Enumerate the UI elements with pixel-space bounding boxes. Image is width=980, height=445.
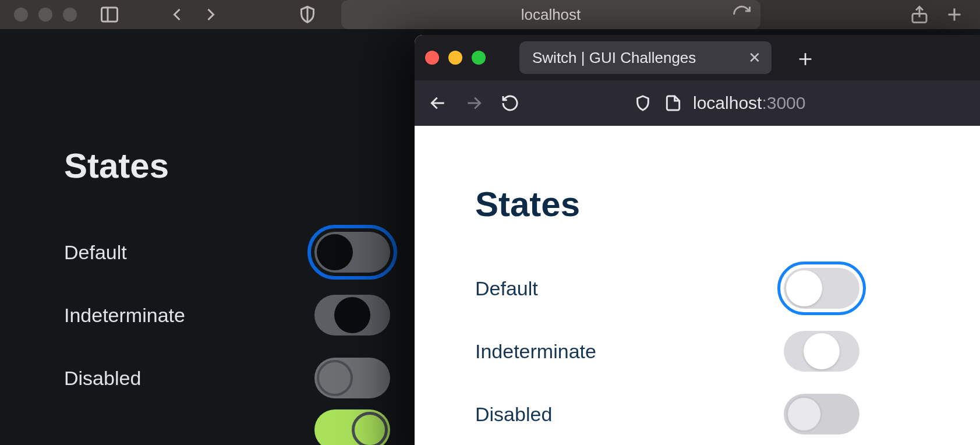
switch-row-disabled: Disabled (64, 347, 390, 409)
reload-icon[interactable] (500, 93, 521, 114)
back-icon[interactable] (427, 93, 448, 114)
share-icon[interactable] (908, 3, 931, 26)
new-tab-button[interactable]: ＋ (794, 42, 817, 74)
switch-label: Default (64, 241, 127, 264)
traffic-light-minimize-icon[interactable] (38, 8, 52, 22)
switch-row-disabled: Disabled (475, 383, 859, 445)
switch-thumb (786, 270, 822, 306)
firefox-tabbar: Switch | GUI Challenges ✕ ＋ (415, 35, 980, 80)
switch-thumb (317, 234, 353, 270)
switch-states-list: Default Indeterminate Disabled (64, 221, 390, 445)
switch-row-default: Default (475, 257, 859, 320)
safari-url-label: localhost (521, 6, 581, 24)
safari-traffic-lights (14, 8, 77, 22)
site-info-icon[interactable] (663, 93, 684, 114)
switch-default[interactable] (784, 268, 859, 309)
forward-icon[interactable] (199, 3, 222, 26)
switch-indeterminate[interactable] (314, 295, 390, 335)
firefox-window: Switch | GUI Challenges ✕ ＋ localhost:30… (415, 35, 980, 445)
close-tab-icon[interactable]: ✕ (748, 49, 761, 67)
switch-row-default: Default (64, 221, 390, 284)
switch-disabled (314, 358, 390, 398)
switch-disabled (784, 394, 859, 435)
switch-row-indeterminate: Indeterminate (64, 284, 390, 347)
tab-title: Switch | GUI Challenges (532, 49, 696, 67)
url-text: localhost:3000 (693, 93, 805, 113)
traffic-light-minimize-icon[interactable] (448, 51, 462, 65)
privacy-shield-icon[interactable] (296, 3, 319, 26)
switch-indeterminate[interactable] (784, 331, 859, 372)
switch-states-list: Default Indeterminate Disabled (475, 257, 859, 445)
safari-toolbar: localhost (0, 0, 980, 29)
firefox-page-content: States Default Indeterminate Disabled (415, 126, 980, 445)
switch-thumb (786, 396, 822, 432)
switch-label: Default (475, 277, 538, 300)
switch-thumb (317, 360, 353, 396)
switch-thumb (334, 297, 370, 333)
reload-icon[interactable] (730, 3, 753, 26)
firefox-address-bar[interactable]: localhost:3000 (632, 93, 805, 114)
url-host: localhost (693, 93, 762, 112)
forward-icon[interactable] (464, 93, 484, 114)
switch-label: Indeterminate (64, 304, 185, 327)
switch-label: Disabled (64, 367, 141, 390)
firefox-toolbar: localhost:3000 (415, 80, 980, 126)
traffic-light-zoom-icon[interactable] (63, 8, 77, 22)
traffic-light-close-icon[interactable] (425, 51, 439, 65)
back-icon[interactable] (165, 3, 189, 26)
safari-address-bar[interactable]: localhost (341, 0, 760, 29)
switch-thumb (804, 333, 840, 369)
switch-row-indeterminate: Indeterminate (475, 320, 859, 383)
firefox-traffic-lights (425, 51, 486, 65)
svg-rect-0 (102, 8, 118, 22)
url-port: :3000 (762, 93, 805, 112)
switch-disabled-checked (314, 409, 390, 445)
switch-default[interactable] (314, 232, 390, 273)
switch-thumb (352, 412, 388, 445)
new-tab-icon[interactable] (943, 3, 966, 26)
switch-label: Indeterminate (475, 340, 596, 363)
browser-tab[interactable]: Switch | GUI Challenges ✕ (519, 41, 772, 74)
privacy-shield-icon[interactable] (632, 93, 653, 114)
switch-row-disabled-checked (64, 409, 390, 445)
sidebar-toggle-icon[interactable] (98, 3, 121, 26)
traffic-light-close-icon[interactable] (14, 8, 28, 22)
page-title: States (475, 184, 980, 224)
traffic-light-zoom-icon[interactable] (472, 51, 486, 65)
switch-label: Disabled (475, 403, 552, 426)
